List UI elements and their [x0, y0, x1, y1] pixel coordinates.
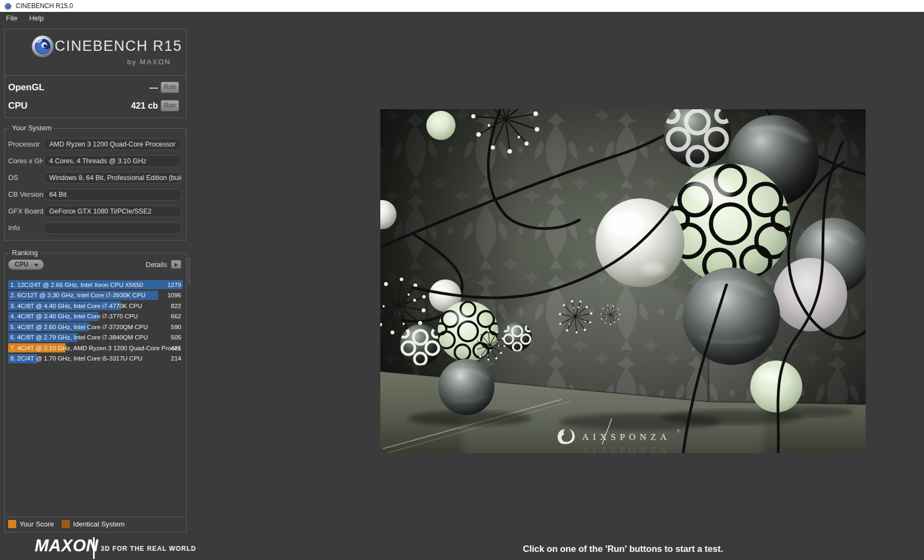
- system-field-row: Info: [5, 220, 186, 237]
- opengl-score: ---: [149, 82, 158, 94]
- your-system-group: Your System ProcessorAMD Ryzen 3 1200 Qu…: [4, 128, 187, 241]
- system-field-value[interactable]: Windows 8, 64 Bit, Professional Edition …: [43, 172, 182, 184]
- chevron-down-icon: [34, 264, 38, 266]
- maxon-tagline: 3D FOR THE REAL WORLD: [101, 545, 196, 552]
- status-message: Click on one of the 'Run' buttons to sta…: [380, 544, 866, 554]
- details-button[interactable]: [171, 260, 181, 269]
- ranking-row-score: 214: [171, 355, 181, 362]
- cpu-label: CPU: [8, 100, 28, 112]
- ranking-type-dropdown[interactable]: CPU: [8, 259, 44, 270]
- ranking-row[interactable]: 2. 6C/12T @ 3.30 GHz, Intel Core i7-3930…: [8, 291, 183, 300]
- ranking-list: 1. 12C/24T @ 2.66 GHz, Intel Xeon CPU X5…: [8, 280, 183, 364]
- ranking-row-label: 5. 4C/8T @ 2.60 GHz, Intel Core i7-3720Q…: [10, 324, 148, 330]
- ranking-row-score: 1279: [167, 282, 181, 288]
- aixsponza-watermark: AIXSPONZA: [582, 432, 671, 442]
- ranking-row-score: 590: [171, 324, 181, 330]
- cpu-run-button[interactable]: Run: [161, 100, 179, 111]
- ranking-row[interactable]: 5. 4C/8T @ 2.60 GHz, Intel Core i7-3720Q…: [8, 322, 183, 331]
- ranking-row-score: 822: [171, 303, 181, 309]
- maxon-logo: MAXON: [35, 536, 98, 556]
- system-field-row: Cores x GHz4 Cores, 4 Threads @ 3.10 GHz: [5, 153, 186, 170]
- ranking-row-score: 1096: [167, 292, 181, 298]
- logo-title: CINEBENCH R15: [55, 38, 182, 55]
- menu-file[interactable]: File: [0, 12, 23, 24]
- ranking-row-label: 7. 4C/4T @ 3.10 GHz, AMD Ryzen 3 1200 Qu…: [10, 345, 181, 351]
- menu-help[interactable]: Help: [23, 12, 50, 24]
- opengl-label: OpenGL: [8, 82, 44, 94]
- render-preview-image: AIXSPONZA © AIXSPONZA: [380, 109, 866, 453]
- ranking-row[interactable]: 8. 2C/4T @ 1.70 GHz, Intel Core i5-3317U…: [8, 354, 183, 363]
- ranking-row[interactable]: 1. 12C/24T @ 2.66 GHz, Intel Xeon CPU X5…: [8, 280, 183, 289]
- system-field-label: OS: [8, 172, 18, 184]
- ranking-type-value: CPU: [15, 260, 28, 269]
- ranking-row-label: 4. 4C/8T @ 3.40 GHz, Intel Core i7-3770 …: [10, 313, 138, 319]
- app-window-icon: [4, 2, 12, 10]
- system-field-value[interactable]: [43, 222, 182, 234]
- cinema4d-ball-icon: [31, 35, 55, 58]
- system-field-value[interactable]: GeForce GTX 1080 Ti/PCIe/SSE2: [43, 205, 182, 217]
- cpu-row: CPU 421 cb Run: [5, 100, 186, 112]
- system-field-row: GFX BoardGeForce GTX 1080 Ti/PCIe/SSE2: [5, 203, 186, 220]
- ranking-row-label: 6. 4C/8T @ 2.79 GHz, Intel Core i7-3840Q…: [10, 334, 148, 341]
- legend-separator: [6, 517, 185, 517]
- system-field-row: ProcessorAMD Ryzen 3 1200 Quad-Core Proc…: [5, 136, 186, 153]
- opengl-run-button[interactable]: Run: [161, 82, 179, 93]
- system-field-label: CB Version: [8, 189, 43, 201]
- system-field-value[interactable]: AMD Ryzen 3 1200 Quad-Core Processor: [43, 138, 182, 150]
- details-label: Details: [146, 261, 167, 269]
- cpu-score: 421 cb: [131, 100, 158, 112]
- maxon-divider: [93, 537, 95, 559]
- system-field-value[interactable]: 4 Cores, 4 Threads @ 3.10 GHz: [43, 155, 182, 167]
- system-field-row: OSWindows 8, 64 Bit, Professional Editio…: [5, 170, 186, 186]
- ranking-row-label: 1. 12C/24T @ 2.66 GHz, Intel Xeon CPU X5…: [10, 282, 143, 288]
- benchmark-panel: CINEBENCH R15 by MAXON OpenGL --- Run CP…: [4, 29, 187, 118]
- panel-splitter[interactable]: [188, 258, 190, 285]
- legend-label: Your Score: [19, 520, 54, 528]
- ranking-title: Ranking: [9, 249, 41, 257]
- system-field-label: Processor: [8, 138, 40, 150]
- system-field-value[interactable]: 64 Bit: [43, 189, 182, 201]
- system-field-label: GFX Board: [8, 205, 43, 217]
- ranking-row-score: 421: [171, 345, 181, 351]
- ranking-row-label: 8. 2C/4T @ 1.70 GHz, Intel Core i5-3317U…: [10, 355, 142, 362]
- watermark-reflection: AIXSPONZA: [582, 445, 671, 453]
- legend-swatch: [62, 520, 70, 528]
- ranking-legend: Your ScoreIdentical System: [8, 519, 132, 529]
- ranking-row-label: 3. 4C/8T @ 4.40 GHz, Intel Core i7-4770K…: [10, 303, 142, 309]
- ranking-row-label: 2. 6C/12T @ 3.30 GHz, Intel Core i7-3930…: [10, 292, 146, 298]
- cinebench-logo: CINEBENCH R15 by MAXON: [5, 29, 186, 76]
- arrow-right-icon: [175, 263, 177, 267]
- aixsponza-copyright: ©: [677, 428, 681, 434]
- ranking-row-score: 662: [171, 313, 181, 319]
- logo-subtitle: by MAXON: [127, 58, 171, 66]
- your-system-title: Your System: [9, 124, 54, 132]
- legend-swatch: [8, 520, 16, 528]
- ranking-row[interactable]: 4. 4C/8T @ 3.40 GHz, Intel Core i7-3770 …: [8, 312, 183, 321]
- opengl-row: OpenGL --- Run: [5, 82, 186, 94]
- system-field-label: Info: [8, 222, 20, 234]
- menu-bar: File Help: [0, 12, 924, 24]
- ranking-row-score: 505: [171, 334, 181, 341]
- ranking-row[interactable]: 7. 4C/4T @ 3.10 GHz, AMD Ryzen 3 1200 Qu…: [8, 343, 183, 352]
- system-fields: ProcessorAMD Ryzen 3 1200 Quad-Core Proc…: [5, 136, 186, 237]
- system-field-label: Cores x GHz: [8, 155, 48, 167]
- system-field-row: CB Version64 Bit: [5, 186, 186, 203]
- window-title: CINEBENCH R15.0: [16, 2, 73, 10]
- ranking-row[interactable]: 6. 4C/8T @ 2.79 GHz, Intel Core i7-3840Q…: [8, 333, 183, 342]
- ranking-row[interactable]: 3. 4C/8T @ 4.40 GHz, Intel Core i7-4770K…: [8, 301, 183, 310]
- legend-label: Identical System: [73, 520, 124, 528]
- window-titlebar: CINEBENCH R15.0: [0, 0, 924, 12]
- ranking-group: Ranking CPU Details 1. 12C/24T @ 2.66 GH…: [4, 253, 187, 532]
